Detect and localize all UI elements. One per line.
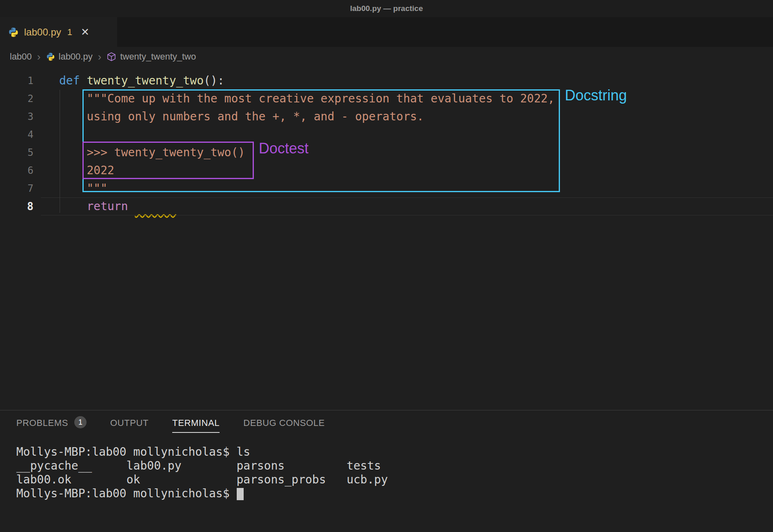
code-line[interactable]: 4 [0, 126, 773, 144]
code-line[interactable]: 7 """ [0, 180, 773, 197]
line-number: 8 [0, 197, 33, 215]
code-line[interactable]: 5 >>> twenty_twenty_two() [0, 144, 773, 162]
breadcrumb-symbol[interactable]: twenty_twenty_two [107, 51, 196, 62]
tab-lab00py[interactable]: lab00.py 1 ✕ [0, 17, 117, 47]
panel-tab-debug-console-label: DEBUG CONSOLE [243, 412, 325, 433]
code-text: >>> twenty_twenty_two() [33, 144, 245, 162]
panel-tab-terminal-label: TERMINAL [172, 412, 220, 433]
line-number: 1 [0, 72, 33, 90]
code-line[interactable]: 2 """Come up with the most creative expr… [0, 90, 773, 108]
code-line[interactable]: 3 using only numbers and the +, *, and -… [0, 108, 773, 126]
code-line[interactable]: 1def twenty_twenty_two(): [0, 72, 773, 90]
tab-label: lab00.py [24, 27, 61, 38]
code-text: def twenty_twenty_two(): [33, 72, 224, 90]
code-text: """Come up with the most creative expres… [33, 90, 555, 108]
editor[interactable]: 1def twenty_twenty_two():2 """Come up wi… [0, 66, 773, 410]
panel-tab-problems[interactable]: PROBLEMS 1 [16, 410, 87, 434]
terminal-cursor [237, 488, 244, 500]
close-icon[interactable]: ✕ [81, 27, 89, 37]
breadcrumb-folder-label: lab00 [10, 51, 32, 62]
terminal[interactable]: Mollys-MBP:lab00 mollynicholas$ ls __pyc… [0, 434, 773, 501]
chevron-right-icon: › [97, 51, 102, 62]
panel-tab-problems-label: PROBLEMS [16, 412, 68, 433]
tab-bar: lab00.py 1 ✕ [0, 17, 773, 47]
tab-modified-badge: 1 [67, 27, 72, 38]
panel-tab-bar: PROBLEMS 1 OUTPUT TERMINAL DEBUG CONSOLE [0, 410, 773, 434]
line-number: 3 [0, 108, 33, 126]
symbol-cube-icon [107, 52, 116, 62]
panel-tab-debug-console[interactable]: DEBUG CONSOLE [243, 410, 325, 434]
terminal-line: __pycache__ lab00.py parsons tests [16, 459, 773, 473]
code-line[interactable]: 8 return [0, 197, 773, 215]
breadcrumb-folder[interactable]: lab00 [10, 51, 32, 62]
line-number: 7 [0, 180, 33, 197]
panel-tab-terminal[interactable]: TERMINAL [172, 410, 220, 434]
indent-guide [60, 90, 60, 213]
terminal-line: Mollys-MBP:lab00 mollynicholas$ ls [16, 445, 773, 459]
chevron-right-icon: › [36, 51, 42, 62]
line-number: 5 [0, 144, 33, 162]
code-text: """ [33, 180, 107, 197]
code-text: 2022 [33, 162, 114, 180]
line-number: 2 [0, 90, 33, 108]
titlebar: lab00.py — practice [0, 0, 773, 17]
line-number: 4 [0, 126, 33, 144]
panel-tab-output[interactable]: OUTPUT [110, 410, 149, 434]
bottom-panel: PROBLEMS 1 OUTPUT TERMINAL DEBUG CONSOLE… [0, 410, 773, 532]
line-number: 6 [0, 162, 33, 180]
problems-count-badge: 1 [74, 416, 87, 428]
code-text: return [33, 197, 176, 215]
breadcrumb-file[interactable]: lab00.py [46, 51, 93, 62]
terminal-line: lab00.ok ok parsons_probs ucb.py [16, 473, 773, 487]
python-icon [8, 27, 19, 38]
code-text: using only numbers and the +, *, and - o… [33, 108, 424, 126]
code-lines: 1def twenty_twenty_two():2 """Come up wi… [0, 72, 773, 215]
breadcrumb: lab00 › lab00.py › twenty_twenty_two [0, 47, 773, 66]
doctest-label: Doctest [259, 140, 309, 157]
docstring-label: Docstring [565, 87, 627, 104]
code-text [33, 126, 59, 144]
breadcrumb-file-label: lab00.py [59, 51, 93, 62]
window-title: lab00.py — practice [350, 4, 423, 13]
terminal-line: Mollys-MBP:lab00 mollynicholas$ [16, 487, 773, 501]
code-line[interactable]: 6 2022 [0, 162, 773, 180]
panel-tab-output-label: OUTPUT [110, 412, 149, 433]
breadcrumb-symbol-label: twenty_twenty_two [120, 51, 196, 62]
python-icon [46, 52, 55, 61]
